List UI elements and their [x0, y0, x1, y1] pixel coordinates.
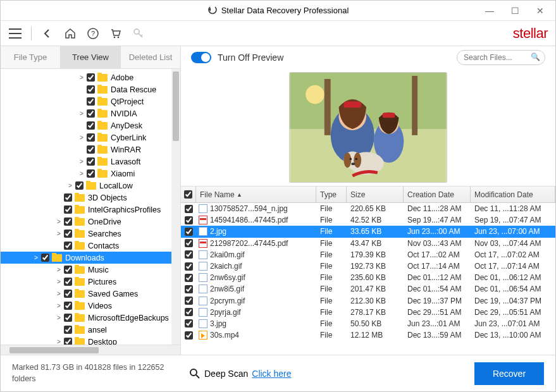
- tree-checkbox[interactable]: [87, 97, 95, 106]
- table-row[interactable]: 2nw8i5.gifFile201.47 KBDec 01...:54 AMDe…: [181, 283, 555, 295]
- row-checkbox[interactable]: [185, 285, 193, 293]
- tree-item[interactable]: QtProject: [1, 95, 180, 107]
- chevron-right-icon[interactable]: >: [78, 110, 85, 117]
- tree-checkbox[interactable]: [64, 326, 72, 334]
- chevron-right-icon[interactable]: >: [66, 182, 74, 189]
- tree-checkbox[interactable]: [87, 85, 95, 94]
- tree-item[interactable]: >Xiaomi: [1, 168, 180, 180]
- tree-item[interactable]: Data Rescue: [1, 83, 180, 95]
- table-row[interactable]: 145941486...47445.pdfFile42.52 KBSep 19.…: [181, 214, 555, 226]
- tab-deleted-list[interactable]: Deleted List: [121, 46, 180, 68]
- table-row[interactable]: 30s.mp4File12.12 MBDec 13...:59 AMDec 13…: [181, 329, 555, 341]
- chevron-right-icon[interactable]: >: [55, 338, 63, 345]
- tree-checkbox[interactable]: [64, 230, 72, 238]
- tree-checkbox[interactable]: [87, 157, 95, 166]
- tree-item[interactable]: 3D Objects: [1, 192, 180, 204]
- row-checkbox[interactable]: [185, 331, 193, 340]
- folder-tree[interactable]: >AdobeData RescueQtProject>NVIDIAAnyDesk…: [1, 69, 180, 345]
- tree-checkbox[interactable]: [64, 266, 72, 274]
- tree-item[interactable]: >Saved Games: [1, 288, 180, 300]
- row-checkbox[interactable]: [185, 239, 193, 247]
- search-icon[interactable]: 🔍: [531, 52, 540, 61]
- tree-item[interactable]: >CyberLink: [1, 132, 180, 144]
- tree-checkbox[interactable]: [64, 205, 72, 214]
- row-checkbox[interactable]: [185, 319, 193, 328]
- key-icon[interactable]: [132, 27, 145, 40]
- tree-item[interactable]: >Adobe: [1, 71, 180, 83]
- chevron-right-icon[interactable]: >: [78, 170, 85, 177]
- tree-item[interactable]: >Pictures: [1, 276, 180, 288]
- row-checkbox[interactable]: [185, 274, 193, 282]
- menu-icon[interactable]: [8, 27, 22, 40]
- chevron-right-icon[interactable]: >: [55, 314, 63, 321]
- header-file-name[interactable]: File Name ▲: [196, 187, 316, 202]
- deep-scan-link[interactable]: Click here: [252, 369, 291, 379]
- tree-item[interactable]: IntelGraphicsProfiles: [1, 204, 180, 216]
- tree-checkbox[interactable]: [64, 290, 72, 298]
- tree-item[interactable]: >OneDrive: [1, 216, 180, 228]
- tree-checkbox[interactable]: [64, 217, 72, 226]
- tree-checkbox[interactable]: [41, 254, 49, 262]
- back-icon[interactable]: [40, 27, 54, 40]
- header-size[interactable]: Size: [347, 187, 404, 202]
- table-row[interactable]: 2.jpgFile33.65 KBJun 23...:00 AMJun 23, …: [181, 226, 555, 237]
- recover-button[interactable]: Recover: [474, 362, 544, 385]
- minimize-button[interactable]: —: [477, 2, 502, 20]
- tree-checkbox[interactable]: [64, 242, 72, 250]
- close-button[interactable]: ✕: [528, 2, 553, 20]
- tree-checkbox[interactable]: [64, 278, 72, 286]
- tree-item[interactable]: Contacts: [1, 240, 180, 252]
- chevron-right-icon[interactable]: >: [55, 230, 63, 237]
- tree-item[interactable]: >MicrosoftEdgeBackups: [1, 312, 180, 324]
- preview-toggle[interactable]: [191, 52, 211, 63]
- row-checkbox[interactable]: [185, 216, 193, 224]
- header-modification-date[interactable]: Modification Date: [471, 187, 555, 202]
- chevron-right-icon[interactable]: >: [32, 254, 40, 261]
- tree-checkbox[interactable]: [87, 73, 95, 82]
- row-checkbox[interactable]: [185, 297, 193, 305]
- tree-item[interactable]: >Searches: [1, 228, 180, 240]
- tree-checkbox[interactable]: [64, 193, 72, 202]
- tree-item[interactable]: >Videos: [1, 300, 180, 312]
- chevron-right-icon[interactable]: >: [55, 290, 63, 297]
- tree-item[interactable]: >Desktop: [1, 336, 180, 345]
- table-row[interactable]: 2pyrja.gifFile278.17 KBDec 29...:51 AMDe…: [181, 307, 555, 318]
- tree-item[interactable]: ansel: [1, 324, 180, 336]
- tree-checkbox[interactable]: [87, 169, 95, 178]
- tree-item[interactable]: >Lavasoft: [1, 156, 180, 168]
- chevron-right-icon[interactable]: >: [55, 302, 63, 309]
- tree-item[interactable]: >NVIDIA: [1, 107, 180, 119]
- table-row[interactable]: 2kaich.gifFile192.73 KBOct 17...:14 AMOc…: [181, 260, 555, 272]
- cart-icon[interactable]: [109, 27, 123, 40]
- chevron-right-icon[interactable]: >: [78, 74, 85, 81]
- tree-item[interactable]: >Music: [1, 264, 180, 276]
- chevron-right-icon[interactable]: >: [55, 278, 63, 285]
- row-checkbox[interactable]: [185, 308, 193, 316]
- file-table-body[interactable]: 130758527...594_n.jpgFile220.65 KBDec 11…: [181, 203, 555, 355]
- tree-checkbox[interactable]: [64, 338, 72, 345]
- tree-vscrollbar[interactable]: [171, 69, 180, 345]
- tree-checkbox[interactable]: [64, 314, 72, 322]
- tree-checkbox[interactable]: [87, 109, 95, 118]
- table-row[interactable]: 2kai0m.gifFile179.39 KBOct 17...:02 AMOc…: [181, 249, 555, 260]
- table-row[interactable]: 212987202...47445.pdfFile43.47 KBNov 03.…: [181, 238, 555, 249]
- table-row[interactable]: 2pcrym.gifFile212.30 KBDec 19...:37 PMDe…: [181, 295, 555, 307]
- row-checkbox[interactable]: [185, 228, 193, 236]
- tree-checkbox[interactable]: [87, 145, 95, 154]
- row-checkbox[interactable]: [185, 250, 193, 259]
- tab-file-type[interactable]: File Type: [1, 46, 61, 68]
- tab-tree-view[interactable]: Tree View: [61, 46, 121, 68]
- row-checkbox[interactable]: [185, 262, 193, 271]
- help-icon[interactable]: ?: [86, 27, 100, 40]
- tree-checkbox[interactable]: [87, 121, 95, 130]
- tree-item[interactable]: >LocalLow: [1, 180, 180, 192]
- table-row[interactable]: 3.jpgFile50.50 KBJun 23...:01 AMJun 23, …: [181, 318, 555, 329]
- tree-item[interactable]: AnyDesk: [1, 119, 180, 132]
- tree-checkbox[interactable]: [87, 133, 95, 142]
- tree-item[interactable]: WinRAR: [1, 144, 180, 156]
- row-checkbox[interactable]: [185, 205, 193, 213]
- header-type[interactable]: Type: [316, 187, 347, 202]
- chevron-right-icon[interactable]: >: [55, 266, 63, 273]
- chevron-right-icon[interactable]: >: [78, 158, 85, 165]
- tree-item[interactable]: >Downloads: [1, 252, 180, 264]
